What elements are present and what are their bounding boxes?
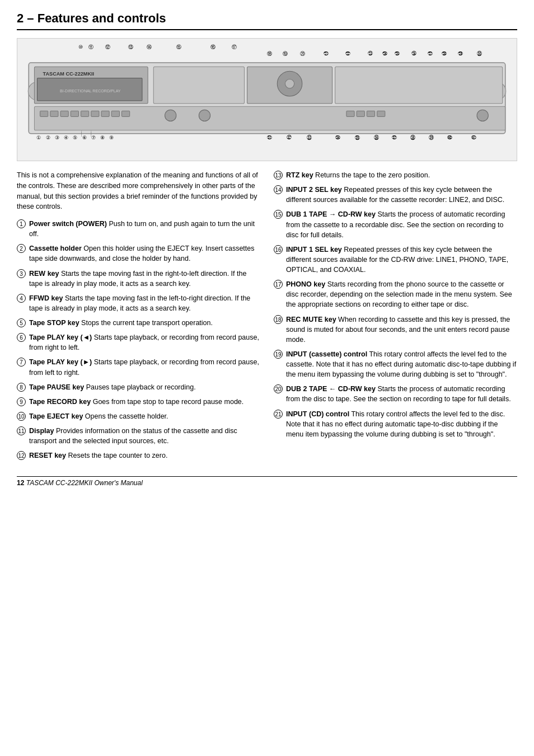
entry-text: RTZ key Returns the tape to the zero pos… — [286, 170, 517, 180]
entry-number: 12 — [17, 450, 29, 461]
circle-number: 10 — [17, 412, 26, 421]
circle-number: 4 — [17, 294, 26, 303]
entry-number: 14 — [274, 185, 286, 205]
svg-text:㉑: ㉑ — [324, 51, 329, 57]
entry-label: INPUT 1 SEL key — [286, 246, 342, 253]
entry-text: INPUT 2 SEL key Repeated presses of this… — [286, 185, 517, 205]
list-item: 2Cassette holder Open this holder using … — [17, 243, 260, 264]
svg-text:㉗: ㉗ — [428, 51, 433, 57]
entry-text: Tape EJECT key Opens the cassette holder… — [29, 411, 260, 421]
svg-text:⑯: ⑯ — [210, 44, 216, 50]
entry-label: PHONO key — [286, 280, 325, 288]
svg-text:TASCAM CC-222MKII: TASCAM CC-222MKII — [43, 71, 94, 77]
entry-text: DUB 1 TAPE → CD-RW key Starts the proces… — [286, 209, 517, 240]
svg-rect-37 — [71, 111, 78, 116]
entry-text: REW key Starts the tape moving fast in t… — [29, 269, 260, 289]
svg-text:①: ① — [36, 135, 41, 140]
list-item: 9Tape RECORD key Goes from tape stop to … — [17, 397, 260, 407]
circle-number: 13 — [274, 171, 283, 180]
list-item: 6Tape PLAY key (◄) Starts tape playback,… — [17, 332, 260, 353]
list-item: 14INPUT 2 SEL key Repeated presses of th… — [274, 185, 517, 205]
entry-label: Tape PLAY key (◄) — [29, 334, 92, 341]
entry-label: REW key — [29, 270, 59, 278]
entry-number: 7 — [17, 357, 29, 377]
svg-text:㉒: ㉒ — [345, 51, 350, 57]
svg-rect-28 — [153, 67, 244, 104]
svg-rect-40 — [101, 111, 109, 116]
entry-number: 9 — [17, 397, 29, 407]
right-column: 13RTZ key Returns the tape to the zero p… — [274, 170, 517, 465]
entry-label: RTZ key — [286, 171, 313, 179]
entry-text: RESET key Resets the tape counter to zer… — [29, 450, 260, 461]
svg-text:⑭: ⑭ — [147, 44, 152, 50]
left-column: This is not a comprehensive explanation … — [17, 170, 260, 465]
entry-label: RESET key — [29, 452, 66, 459]
entry-text: INPUT 1 SEL key Repeated presses of this… — [286, 245, 517, 275]
svg-text:②: ② — [46, 135, 50, 140]
footer-page-num: 12 — [17, 479, 24, 487]
list-item: 13RTZ key Returns the tape to the zero p… — [274, 170, 517, 180]
entry-number: 1 — [17, 219, 29, 239]
svg-text:㊴: ㊴ — [429, 135, 434, 140]
circle-number: 7 — [17, 358, 26, 367]
svg-point-44 — [199, 110, 210, 121]
svg-rect-35 — [50, 111, 58, 116]
svg-text:⑲: ⑲ — [283, 51, 288, 57]
svg-text:⑥: ⑥ — [82, 135, 87, 140]
list-item: 7Tape PLAY key (►) Starts tape playback,… — [17, 357, 260, 377]
device-image: ⑩ ⑪ ⑫ ⑬ ⑭ ⑮ ⑯ ⑰ ⑱ ⑲ ⑳ ㉑ ㉒ ㉓ ㉔ ㉕ ㉖ ㉗ ㉘ ㉙ … — [17, 38, 517, 161]
entry-number: 8 — [17, 382, 29, 392]
circle-number: 15 — [274, 210, 283, 219]
list-item: 16INPUT 1 SEL key Repeated presses of th… — [274, 245, 517, 275]
circle-number: 6 — [17, 333, 26, 342]
circle-number: 8 — [17, 383, 26, 392]
list-item: 1Power switch (POWER) Push to turn on, a… — [17, 219, 260, 239]
list-item: 12RESET key Resets the tape counter to z… — [17, 450, 260, 461]
entry-number: 21 — [274, 409, 286, 439]
entry-number: 6 — [17, 332, 29, 353]
svg-text:㊶: ㊶ — [471, 135, 476, 140]
circle-number: 1 — [17, 219, 26, 228]
list-item: 8Tape PAUSE key Pauses tape playback or … — [17, 382, 260, 392]
entry-label: Tape PAUSE key — [29, 383, 84, 391]
entry-text: INPUT (cassette) control This rotary con… — [286, 349, 517, 379]
entry-text: Tape STOP key Stops the current tape tra… — [29, 318, 260, 328]
content-area: This is not a comprehensive explanation … — [17, 170, 517, 465]
entry-label: Tape STOP key — [29, 319, 79, 327]
entry-number: 17 — [274, 279, 286, 309]
circle-number: 21 — [274, 410, 283, 419]
svg-text:④: ④ — [64, 135, 68, 140]
list-item: 3REW key Starts the tape moving fast in … — [17, 269, 260, 289]
svg-text:⑤: ⑤ — [73, 135, 77, 140]
svg-text:㉔: ㉔ — [382, 51, 387, 57]
entry-number: 10 — [17, 411, 29, 421]
svg-text:⑳: ⑳ — [300, 51, 305, 57]
list-item: 10Tape EJECT key Opens the cassette hold… — [17, 411, 260, 421]
entry-number: 18 — [274, 314, 286, 345]
entry-number: 19 — [274, 349, 286, 379]
entry-label: Power switch (POWER) — [29, 220, 107, 228]
svg-text:⑦: ⑦ — [91, 135, 96, 140]
list-item: 17PHONO key Starts recording from the ph… — [274, 279, 517, 309]
circle-number: 17 — [274, 280, 283, 289]
svg-rect-32 — [335, 67, 503, 104]
svg-text:BI-DIRECTIONAL RECORD/PLAY: BI-DIRECTIONAL RECORD/PLAY — [60, 89, 121, 93]
svg-point-43 — [165, 110, 176, 121]
entry-text: Power switch (POWER) Push to turn on, an… — [29, 219, 260, 239]
list-item: 18REC MUTE key When recording to cassett… — [274, 314, 517, 345]
entry-label: Tape EJECT key — [29, 412, 83, 420]
list-item: 19INPUT (cassette) control This rotary c… — [274, 349, 517, 379]
entry-label: FFWD key — [29, 294, 63, 302]
entry-text: Tape PLAY key (◄) Starts tape playback, … — [29, 332, 260, 353]
entry-number: 2 — [17, 243, 29, 264]
svg-text:㊳: ㊳ — [410, 135, 415, 140]
svg-text:㉝: ㉝ — [307, 135, 312, 140]
svg-text:⑩: ⑩ — [78, 44, 83, 50]
svg-rect-34 — [40, 111, 48, 116]
entry-text: Tape PAUSE key Pauses tape playback or r… — [29, 382, 260, 392]
entry-text: INPUT (CD) control This rotary control a… — [286, 409, 517, 439]
entry-text: FFWD key Starts the tape moving fast in … — [29, 293, 260, 313]
entry-number: 16 — [274, 245, 286, 275]
svg-text:⑱: ⑱ — [267, 51, 272, 57]
list-item: 4FFWD key Starts the tape moving fast in… — [17, 293, 260, 313]
